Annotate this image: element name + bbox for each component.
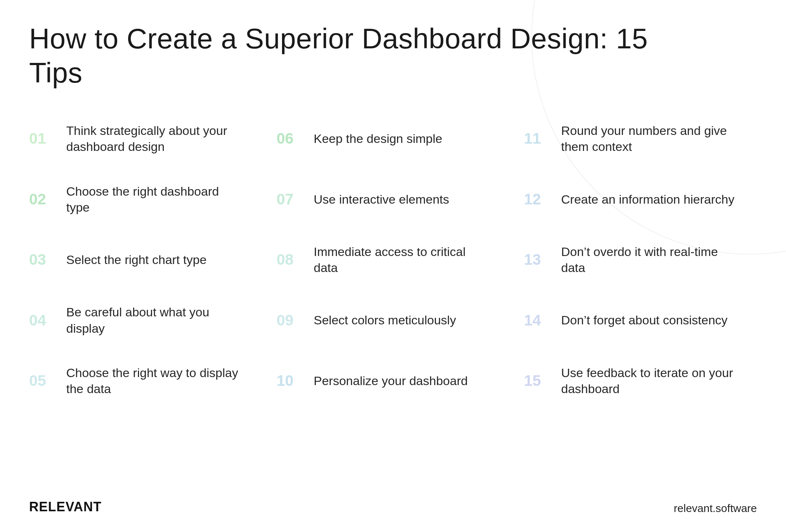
- tip-number: 02: [29, 192, 56, 207]
- site-url: relevant.software: [674, 502, 757, 515]
- tip-text: Don’t forget about consistency: [561, 312, 727, 328]
- tip-text: Choose the right way to display the data: [66, 365, 241, 397]
- tip-06: 06 Keep the design simple: [277, 123, 509, 155]
- tip-07: 07 Use interactive elements: [277, 183, 509, 215]
- tip-number: 04: [29, 313, 56, 328]
- tip-04: 04 Be careful about what you display: [29, 304, 262, 336]
- tips-grid: 01 Think strategically about your dashbo…: [29, 123, 757, 397]
- tip-number: 05: [29, 373, 56, 388]
- tip-01: 01 Think strategically about your dashbo…: [29, 123, 262, 155]
- tip-12: 12 Create an information hierarchy: [524, 183, 757, 215]
- tip-text: Choose the right dashboard type: [66, 183, 241, 215]
- tip-number: 06: [277, 131, 303, 146]
- tip-text: Don’t overdo it with real-time data: [561, 244, 736, 276]
- tip-15: 15 Use feedback to iterate on your dashb…: [524, 365, 757, 397]
- tip-number: 10: [277, 373, 303, 388]
- tip-09: 09 Select colors meticulously: [277, 304, 509, 336]
- tip-number: 01: [29, 131, 56, 146]
- tip-number: 14: [524, 313, 551, 328]
- tip-number: 07: [277, 192, 303, 207]
- tip-08: 08 Immediate access to critical data: [277, 244, 509, 276]
- tip-03: 03 Select the right chart type: [29, 244, 262, 276]
- tip-11: 11 Round your numbers and give them cont…: [524, 123, 757, 155]
- footer: RELEVANT relevant.software: [29, 499, 757, 515]
- tip-02: 02 Choose the right dashboard type: [29, 183, 262, 215]
- tip-text: Round your numbers and give them context: [561, 123, 736, 155]
- tip-13: 13 Don’t overdo it with real-time data: [524, 244, 757, 276]
- tip-text: Immediate access to critical data: [314, 244, 488, 276]
- tip-number: 11: [524, 131, 551, 146]
- tip-text: Select the right chart type: [66, 252, 207, 268]
- tip-text: Be careful about what you display: [66, 304, 241, 336]
- tip-text: Select colors meticulously: [314, 312, 456, 328]
- page-container: How to Create a Superior Dashboard Desig…: [0, 0, 786, 532]
- tip-number: 15: [524, 373, 551, 388]
- tip-text: Create an information hierarchy: [561, 191, 734, 207]
- tip-number: 13: [524, 252, 551, 267]
- page-title: How to Create a Superior Dashboard Desig…: [29, 22, 684, 90]
- tip-number: 08: [277, 252, 303, 267]
- tip-10: 10 Personalize your dashboard: [277, 365, 509, 397]
- tip-number: 03: [29, 252, 56, 267]
- tip-text: Think strategically about your dashboard…: [66, 123, 241, 155]
- tip-number: 09: [277, 313, 303, 328]
- tip-05: 05 Choose the right way to display the d…: [29, 365, 262, 397]
- tip-number: 12: [524, 192, 551, 207]
- tip-text: Personalize your dashboard: [314, 373, 468, 389]
- tip-text: Keep the design simple: [314, 131, 442, 147]
- brand-logo-text: RELEVANT: [29, 499, 102, 515]
- tip-text: Use interactive elements: [314, 191, 449, 207]
- tip-text: Use feedback to iterate on your dashboar…: [561, 365, 736, 397]
- tip-14: 14 Don’t forget about consistency: [524, 304, 757, 336]
